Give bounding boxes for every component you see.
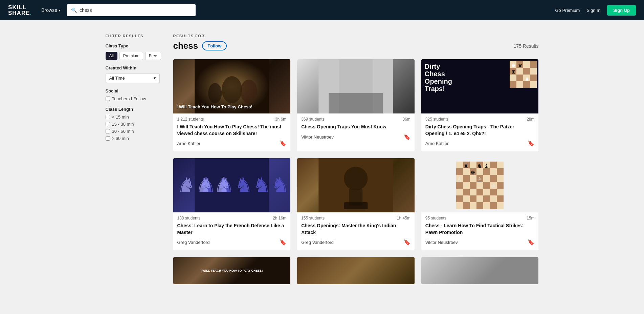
svg-rect-35	[456, 162, 463, 168]
course-card[interactable]: ♜ ♞ ♝ ♚ ♙ ♙ ♔ 95 students 15m Chess - Le…	[421, 158, 539, 250]
bookmark-icon[interactable]: 🔖	[280, 239, 286, 246]
class-length-15-30-checkbox[interactable]	[106, 122, 110, 126]
course-card[interactable]: ♚ ♛ ♜ ♟ DirtyChessOpeningTraps! 325 stud…	[421, 59, 539, 151]
svg-rect-83	[497, 202, 504, 209]
class-length-30-60-checkbox[interactable]	[106, 129, 110, 133]
results-header: chess Follow 175 Results	[173, 41, 539, 51]
svg-rect-54	[490, 175, 497, 182]
course-thumbnail	[297, 59, 415, 113]
svg-rect-66	[476, 189, 483, 195]
svg-rect-80	[476, 202, 483, 209]
svg-rect-43	[463, 168, 470, 175]
svg-text:♞♞♞: ♞♞♞	[177, 174, 232, 196]
go-premium-button[interactable]: Go Premium	[555, 8, 580, 13]
class-length-lt15-row: < 15 min	[106, 114, 160, 120]
browse-button[interactable]: Browse ▾	[41, 7, 60, 13]
svg-rect-62	[497, 182, 504, 189]
course-students: 325 students	[425, 117, 449, 122]
svg-text:♞: ♞	[477, 163, 482, 169]
svg-rect-11	[530, 61, 537, 68]
sign-up-button[interactable]: Sign Up	[607, 5, 636, 16]
svg-rect-81	[483, 202, 490, 209]
svg-rect-10	[523, 61, 530, 68]
results-keyword: chess	[173, 41, 198, 51]
course-duration: 1h 45m	[397, 216, 410, 221]
partial-thumb-text: I WILL TEACH YOU HOW TO PLAY CHESS!	[199, 267, 265, 274]
class-type-free-button[interactable]: Free	[145, 52, 161, 60]
created-within-dropdown[interactable]: All Time ▾	[106, 73, 160, 83]
svg-text:♜: ♜	[511, 69, 516, 75]
course-card[interactable]: ♞♞♞♞♞ ♞♞♞ 188 students 2h 16m Chess: Lea…	[173, 158, 291, 250]
svg-rect-14	[523, 68, 530, 75]
course-thumbnail	[297, 158, 415, 212]
course-thumbnail	[421, 257, 539, 284]
svg-rect-16	[510, 75, 516, 81]
course-author-row: Viktor Neustroev 🔖	[425, 239, 535, 246]
svg-rect-74	[483, 195, 490, 202]
course-thumbnail: ♞♞♞♞♞ ♞♞♞	[173, 158, 291, 212]
course-card[interactable]	[421, 257, 539, 284]
course-card[interactable]	[297, 257, 415, 284]
svg-rect-46	[483, 168, 490, 175]
sign-in-button[interactable]: Sign In	[586, 8, 600, 13]
bookmark-icon[interactable]: 🔖	[528, 140, 534, 147]
course-title: I Will Teach You How To Play Chess! The …	[177, 124, 287, 137]
logo-bottom: SHARE.	[8, 10, 32, 16]
bookmark-icon[interactable]: 🔖	[528, 239, 534, 246]
course-card[interactable]: I Will Teach You How To Play Chess! 1,21…	[173, 59, 291, 151]
course-info: 369 students 36m Chess Opening Traps You…	[297, 113, 415, 145]
svg-rect-7	[318, 59, 393, 113]
class-length-gt60-checkbox[interactable]	[106, 136, 110, 141]
svg-point-32	[344, 167, 368, 190]
bookmark-icon[interactable]: 🔖	[404, 134, 410, 140]
filter-results-title: FILTER RESULTS	[106, 34, 160, 38]
course-card[interactable]: 155 students 1h 45m Chess Openings: Mast…	[297, 158, 415, 250]
svg-rect-45	[476, 168, 483, 175]
svg-rect-13	[516, 68, 523, 75]
class-type-label: Class Type	[106, 43, 160, 48]
course-title: Chess: Learn to Play the French Defense …	[177, 223, 287, 236]
search-input[interactable]	[80, 7, 192, 13]
social-label: Social	[106, 88, 160, 93]
class-length-30-60-label: 30 - 60 min	[112, 129, 134, 134]
class-length-15-30-label: 15 - 30 min	[112, 122, 134, 127]
class-length-lt15-checkbox[interactable]	[106, 115, 110, 119]
course-thumb-image: ♞♞♞♞♞ ♞♞♞	[173, 158, 291, 212]
svg-rect-65	[470, 189, 476, 195]
bookmark-icon[interactable]: 🔖	[280, 140, 286, 147]
class-type-all-button[interactable]: All	[106, 52, 117, 60]
course-meta: 155 students 1h 45m	[301, 216, 410, 221]
logo[interactable]: SKILL SHARE.	[8, 4, 32, 16]
class-type-buttons: All Premium Free	[106, 52, 160, 60]
svg-rect-19	[530, 75, 537, 81]
course-author: Viktor Neustroev	[425, 240, 458, 245]
results-title-row: chess Follow	[173, 41, 227, 51]
svg-rect-53	[483, 175, 490, 182]
course-info: 325 students 28m Dirty Chess Opening Tra…	[421, 113, 539, 151]
svg-rect-51	[470, 175, 476, 182]
course-thumbnail	[297, 257, 415, 284]
class-length-lt15-label: < 15 min	[112, 114, 129, 120]
course-duration: 28m	[527, 117, 534, 122]
course-meta: 1,212 students 3h 6m	[177, 117, 287, 122]
course-meta: 325 students 28m	[425, 117, 535, 122]
course-students: 95 students	[425, 216, 446, 221]
svg-rect-37	[470, 162, 476, 168]
svg-rect-64	[463, 189, 470, 195]
course-students: 1,212 students	[177, 117, 204, 122]
course-students: 188 students	[177, 216, 201, 221]
bookmark-icon[interactable]: 🔖	[404, 239, 410, 246]
course-card[interactable]: 369 students 36m Chess Opening Traps You…	[297, 59, 415, 151]
svg-text:♚: ♚	[470, 170, 475, 175]
chevron-down-icon: ▾	[59, 8, 60, 12]
svg-rect-75	[490, 195, 497, 202]
course-author: Viktor Neustroev	[301, 134, 334, 140]
follow-button[interactable]: Follow	[202, 41, 227, 50]
class-type-premium-button[interactable]: Premium	[119, 52, 143, 60]
course-students: 155 students	[301, 216, 325, 221]
course-card[interactable]: I WILL TEACH YOU HOW TO PLAY CHESS!	[173, 257, 291, 284]
course-students: 369 students	[301, 117, 325, 122]
results-for-label: RESULTS FOR	[173, 34, 539, 38]
svg-rect-71	[463, 195, 470, 202]
teachers-follow-checkbox[interactable]	[106, 97, 110, 101]
